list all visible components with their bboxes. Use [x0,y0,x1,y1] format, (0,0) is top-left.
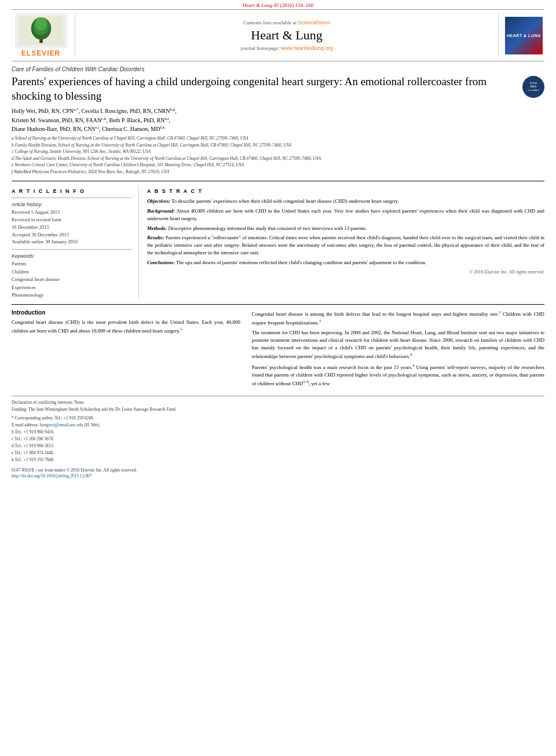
journal-homepage-line: journal homepage: www.heartandlung.org [240,45,332,51]
abstract-results: Results: Parents experienced a "rollerco… [147,234,544,256]
journal-title-header: Heart & Lung [251,28,322,43]
author-sup-6: f,k [160,125,164,130]
body-left-col: Introduction Congenital heart disease (C… [12,309,246,390]
keyword-4: Experiences [12,284,131,292]
right-para1: Congenital heart disease is among the bi… [252,309,544,326]
conclusions-label: Conclusions: [147,260,175,265]
page: Heart & Lung 45 (2016) 154–160 ELS [0,0,556,756]
body-section: Introduction Congenital heart disease (C… [12,309,544,390]
accepted: Accepted 30 December 2015 [12,231,131,239]
author-sup-2: b,g [170,107,175,112]
keyword-3: Congenital heart disease [12,276,131,284]
affil-a: a School of Nursing at the University of… [12,136,544,142]
crossmark-badge: Cross Mark CrossMark [522,76,544,98]
conflict-text: Declaration of conflicting interests: No… [12,399,544,406]
journal-header: ELSEVIER Contents lists available at Sci… [12,9,544,61]
affil-f: f WakeMed Physician Practices-Pediatrics… [12,169,544,176]
article-info-col: A R T I C L E I N F O Article history: R… [12,186,139,300]
abstract-col: A B S T R A C T Objectives: To describe … [139,186,544,300]
intro-para1: Congenital heart disease (CHD) is the mo… [12,319,240,334]
journal-homepage-link[interactable]: www.heartandlung.org [281,45,333,51]
abstract-heading: A B S T R A C T [147,188,544,194]
background-label: Background: [147,208,175,214]
journal-logo-box: HEART & LUNG [505,17,543,54]
keywords-label: Keywords: [12,253,131,259]
abstract-objectives: Objectives: To describe parents' experie… [147,198,544,205]
intro-heading: Introduction [12,309,240,316]
footer-section: Declaration of conflicting interests: No… [12,396,544,479]
affil-b: b Family Health Division, School of Nurs… [12,143,544,149]
received2b: 16 December 2015 [12,224,131,231]
citation-text: Heart & Lung 45 (2016) 154–160 [243,2,313,8]
doi-link[interactable]: http://dx.doi.org/10.1016/j.hrtlng.2015.… [12,473,544,479]
journal-center: Contents lists available at ScienceDirec… [75,13,498,57]
svg-text:CrossMark: CrossMark [528,89,539,92]
journal-logo-right: HEART & LUNG [498,13,544,57]
affil-e: e Newborn Critical Care Center, Universi… [12,162,544,169]
svg-point-4 [35,17,46,31]
note-e: e Tel.: +1 984 974 2448. [12,450,544,456]
abstract-conclusions: Conclusions: The ups and downs of parent… [147,259,544,266]
note-b: b Tel.: +1 919 966 9416. [12,429,544,436]
elsevier-tree-image [15,13,67,48]
objectives-label: Objectives: [147,198,170,204]
elsevier-logo-section: ELSEVIER [12,13,75,57]
conclusions-text: The ups and downs of parents' emotions r… [176,260,426,265]
right-para2: The treatment for CHD has been improving… [252,329,544,360]
science-direct-line: Contents lists available at ScienceDirec… [243,20,330,25]
abstract-background: Background: About 40,000 children are bo… [147,207,544,222]
crossmark: Cross Mark CrossMark [522,76,544,98]
right-sup-1b: 3 [319,319,321,323]
email-value[interactable]: hongwei@email.unc.edu [40,422,83,428]
citation-bar: Heart & Lung 45 (2016) 154–160 [0,0,556,9]
keyword-1: Parents [12,260,131,268]
body-right-col: Congenital heart disease is among the bi… [246,309,544,390]
svg-text:Mark: Mark [530,85,537,88]
note-d: d Tel.: +1 919 966 3613. [12,443,544,450]
affiliations-section: a School of Nursing at the University of… [12,136,544,175]
abstract-methods: Methods: Descriptive phenomenology infor… [147,225,544,232]
affil-c: c College of Nursing, Seattle University… [12,149,544,155]
bottom-left: 0147-9563/$ – see front matter © 2016 El… [12,467,137,473]
article-info-abstract: A R T I C L E I N F O Article history: R… [12,181,544,305]
right-sup-3b: 5–9 [303,379,309,384]
methods-text: Descriptive phenomenology informed this … [168,225,367,231]
care-section: Care of Families of Children With Cardia… [12,66,544,72]
results-label: Results: [147,235,164,240]
right-para3: Parents' psychological health was a main… [252,363,544,387]
received1: Received 5 August 2015 [12,209,131,216]
right-sup-2: 4 [410,352,412,356]
email-line: E-mail address: hongwei@email.unc.edu (H… [12,422,544,429]
history-label: Article history: [12,202,131,207]
affil-d: d The Adult and Geriatric Health Divisio… [12,156,544,162]
keyword-2: Children [12,268,131,276]
authors-section: Holly Wei, PhD, RN, CPNa,*, Cecelia I. R… [12,107,544,133]
article-info-heading: A R T I C L E I N F O [12,188,131,194]
note-c: c Tel.: +1 206 296 5670. [12,436,544,443]
article-title: Cross Mark CrossMark Parents' experience… [12,75,544,103]
results-text: Parents experienced a "rollercoaster" of… [147,235,544,255]
copyright: © 2016 Elsevier Inc. All rights reserved… [147,269,544,275]
background-text: About 40,000 children are born with CHD … [147,208,544,221]
methods-label: Methods: [147,225,167,231]
journal-logo-text: HEART & LUNG [507,34,541,38]
elsevier-label: ELSEVIER [21,49,60,57]
science-direct-link[interactable]: ScienceDirect [298,20,330,25]
received2: Received in revised form [12,216,131,224]
note-k: k Tel.: +1 919 350 7846. [12,456,544,463]
author-sup-4: d,i [164,116,169,121]
available: Available online 30 January 2016 [12,238,131,246]
objectives-text: To describe parents' experiences when th… [171,198,399,204]
funding-text: Funding: The Jane Winningham Smith Schol… [12,406,544,412]
corresponding-author: * Corresponding author. Tel.: +1 919 259… [12,415,544,422]
keyword-5: Phenomenology [12,291,131,300]
intro-sup-1: 1 [180,327,182,331]
